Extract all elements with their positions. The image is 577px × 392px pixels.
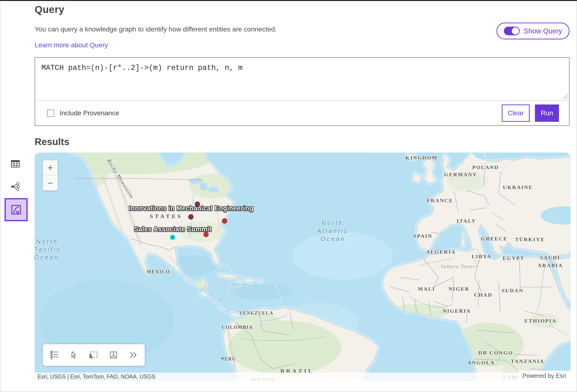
selected-map-marker[interactable] bbox=[170, 235, 175, 240]
query-panel-footer: Include Provenance Clear Run bbox=[35, 101, 569, 125]
rectangle-select-button[interactable] bbox=[89, 351, 98, 359]
link-chart-view-button[interactable] bbox=[10, 182, 20, 192]
map-view-button-selected[interactable] bbox=[4, 198, 28, 221]
map-marker[interactable] bbox=[188, 214, 194, 220]
show-query-toggle[interactable]: Show Query bbox=[497, 23, 570, 39]
show-query-switch-on[interactable] bbox=[504, 27, 520, 35]
show-query-label: Show Query bbox=[524, 27, 562, 35]
page-description: You can query a knowledge graph to ident… bbox=[35, 26, 277, 33]
more-tools-button[interactable] bbox=[129, 352, 138, 358]
zoom-in-button[interactable]: + bbox=[43, 160, 58, 175]
map-marker[interactable] bbox=[222, 218, 227, 224]
map-attribution: Esri, USGS | Esri, TomTom, FAO, NOAA, US… bbox=[35, 373, 571, 381]
view-switcher-rail bbox=[0, 153, 35, 381]
rectangle-select-icon bbox=[89, 351, 98, 359]
polygon-select-icon bbox=[109, 351, 118, 359]
learn-more-link[interactable]: Learn more about Query bbox=[35, 41, 108, 49]
query-page: Query You can query a knowledge graph to… bbox=[0, 0, 577, 392]
link-chart-icon bbox=[10, 182, 20, 192]
query-panel: MATCH path=(n)-[r*..2]->(m) return path,… bbox=[35, 57, 570, 126]
map-view[interactable]: KINGDOMPOLANDGERMANYUKRAINEFRANCEITALYSP… bbox=[35, 153, 571, 381]
clear-button[interactable]: Clear bbox=[502, 104, 530, 122]
results-title: Results bbox=[35, 136, 570, 147]
query-editor-area: MATCH path=(n)-[r*..2]->(m) return path,… bbox=[35, 58, 569, 101]
query-input[interactable]: MATCH path=(n)-[r*..2]->(m) return path,… bbox=[35, 58, 569, 100]
run-button[interactable]: Run bbox=[535, 104, 559, 122]
table-view-button[interactable] bbox=[11, 160, 20, 169]
select-tool-button[interactable] bbox=[70, 351, 78, 359]
map-zoom-control: + − bbox=[43, 160, 58, 191]
map-marker[interactable] bbox=[195, 201, 200, 207]
polygon-select-button[interactable] bbox=[109, 351, 118, 359]
map-icon bbox=[11, 204, 22, 215]
results-area: KINGDOMPOLANDGERMANYUKRAINEFRANCEITALYSP… bbox=[0, 153, 577, 383]
legend-icon bbox=[50, 351, 59, 359]
legend-button[interactable] bbox=[50, 351, 59, 359]
table-icon bbox=[11, 160, 20, 168]
include-provenance-checkbox[interactable] bbox=[47, 109, 54, 117]
map-toolbar bbox=[43, 344, 145, 366]
include-provenance-label: Include Provenance bbox=[60, 109, 119, 117]
more-tools-chevron-icon bbox=[129, 352, 138, 358]
description-row: You can query a knowledge graph to ident… bbox=[35, 23, 570, 39]
map-marker[interactable] bbox=[203, 232, 209, 237]
powered-by-esri: Powered by Esri bbox=[518, 371, 571, 381]
select-cursor-icon bbox=[70, 351, 78, 359]
toggle-knob bbox=[512, 27, 519, 34]
zoom-out-button[interactable]: − bbox=[43, 175, 58, 191]
page-title: Query bbox=[35, 4, 570, 15]
